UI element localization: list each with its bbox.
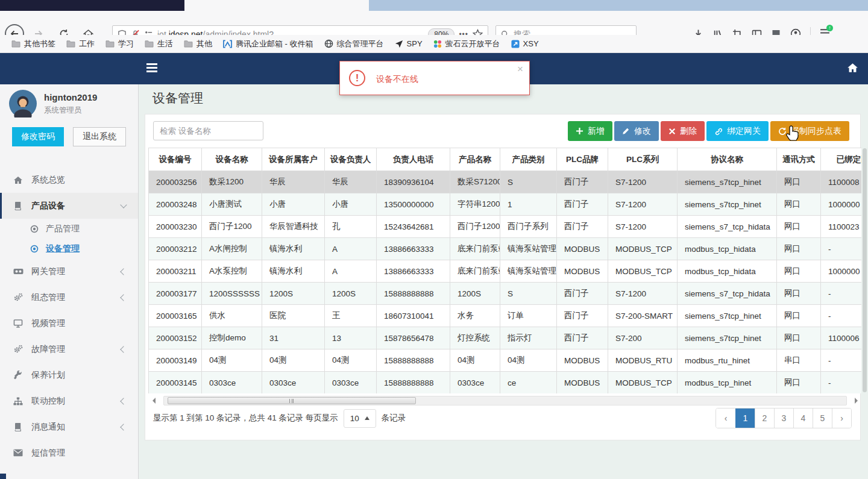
table-cell: siemens_s7_tcp_hidata [678, 283, 777, 305]
table-row[interactable]: 200003256数采1200华辰华辰18390936104数采S71200S西… [149, 171, 862, 193]
column-header[interactable]: 设备负责人 [325, 148, 377, 171]
page-button[interactable]: 5 [813, 409, 832, 428]
scroll-left-arrow[interactable] [153, 398, 156, 404]
gateway-icon [13, 268, 24, 275]
sidebar-item-video-mgmt[interactable]: 视频管理 [0, 310, 138, 336]
bookmark-item[interactable]: SPY [389, 37, 428, 51]
table-cell: 15243642681 [377, 216, 450, 238]
sidebar-item-product-device[interactable]: 产品设备 [0, 193, 138, 219]
column-header[interactable]: 产品名称 [450, 148, 500, 171]
bookmark-item[interactable]: 其他书签 [6, 37, 61, 51]
sidebar-item-label: 产品设备 [31, 201, 65, 211]
column-header[interactable]: 已绑定网关 [821, 148, 862, 171]
sidebar-collapse-button[interactable] [146, 63, 157, 73]
bookmark-item[interactable]: 其他 [178, 37, 218, 51]
user-role: 系统管理员 [44, 105, 97, 116]
edit-button[interactable]: 修改 [614, 121, 659, 141]
tab-strip[interactable] [0, 0, 868, 11]
scrollbar-track[interactable] [163, 396, 847, 405]
table-cell: MODBUS_TCP [608, 260, 678, 283]
bookmark-item[interactable]: 腾讯企业邮箱 - 收件箱 [218, 37, 319, 51]
table-row[interactable]: 200003230西门子1200华辰智通科技孔15243642681西门子120… [149, 216, 862, 238]
chevron-left-icon [120, 294, 127, 301]
horizontal-scrollbar[interactable] [150, 396, 858, 406]
next-page-button[interactable]: › [832, 409, 851, 428]
sidebar-item-message-notify[interactable]: 消息通知 [0, 414, 138, 440]
column-header[interactable]: 产品类别 [500, 148, 557, 171]
column-header[interactable]: 设备名称 [202, 148, 262, 171]
bookmark-item[interactable]: 工作 [61, 37, 100, 51]
dot-circle-icon [30, 245, 40, 253]
sidebar-subitem-product-mgmt[interactable]: 产品管理 [0, 219, 138, 239]
table-cell: 网口 [777, 283, 821, 305]
sidebar-item-maintenance-plan[interactable]: 保养计划 [0, 362, 138, 388]
bookmark-item[interactable]: XSY [506, 37, 544, 51]
table-row[interactable]: 2000031771200SSSSSS1200S1200S15888888888… [149, 283, 862, 305]
table-cell: 04测 [262, 349, 325, 372]
column-header[interactable]: 设备编号 [149, 148, 202, 171]
bookmark-item[interactable]: 学习 [100, 37, 139, 51]
scroll-right-arrow[interactable] [855, 398, 858, 404]
sidebar-item-overview[interactable]: 系统总览 [0, 167, 138, 193]
sidebar-item-sms-mgmt[interactable]: 短信管理 [0, 440, 138, 466]
column-header[interactable]: 通讯方式 [777, 148, 821, 171]
page-button[interactable]: 2 [755, 409, 774, 428]
table-row[interactable]: 200003211A水泵控制镇海水利A13886663333底来门前泵站镇海泵站… [149, 260, 862, 283]
column-header[interactable]: PLC系列 [608, 148, 678, 171]
bookmark-item[interactable]: 综合管理平台 [319, 37, 389, 51]
prev-page-button[interactable]: ‹ [716, 409, 735, 428]
column-header[interactable]: 设备所属客户 [262, 148, 325, 171]
page-button[interactable]: 4 [793, 409, 813, 428]
page-title: 设备管理 [153, 90, 203, 107]
vertical-scrollbar-thumb[interactable] [863, 148, 867, 392]
column-header[interactable]: 协议名称 [678, 148, 777, 171]
active-tab[interactable] [0, 0, 184, 11]
sidebar-subitem-device-mgmt[interactable]: 设备管理 [0, 239, 138, 258]
table-cell: 15888888888 [377, 283, 450, 305]
user-panel: hignton2019 系统管理员 [0, 84, 138, 117]
force-sync-button[interactable]: 强制同步点表 [770, 121, 849, 141]
sidebar-item-fault-mgmt[interactable]: 故障管理 [0, 336, 138, 362]
bookmark-item[interactable]: 生活 [139, 37, 178, 51]
column-header[interactable]: 负责人电话 [377, 148, 450, 171]
pagination-info: 显示第 1 到第 10 条记录，总共 41 条记录 每页显示 [153, 413, 338, 424]
column-header[interactable]: PLC品牌 [557, 148, 608, 171]
app-home-button[interactable] [847, 63, 858, 75]
bind-gateway-button[interactable]: 绑定网关 [706, 121, 769, 141]
table-row[interactable]: 2000031450303ce0303ce0303ce1588888888803… [149, 372, 862, 394]
scrollbar-thumb[interactable] [168, 397, 416, 404]
table-cell: 200003212 [149, 238, 202, 260]
table-row[interactable]: 20000314904测04测04测1588888888804测04测MODBU… [149, 349, 862, 372]
inactive-tab[interactable] [184, 0, 369, 11]
page-content: hignton2019 系统管理员 修改密码 退出系统 系统总览产品设备产品管理… [0, 53, 868, 479]
sidebar-item-gateway-mgmt[interactable]: 网关管理 [0, 258, 138, 284]
sidebar-item-linkage-control[interactable]: 联动控制 [0, 388, 138, 414]
table-cell: 网口 [777, 327, 821, 349]
table-cell: 华辰 [262, 171, 325, 193]
delete-button[interactable]: 删除 [661, 121, 705, 141]
page-button[interactable]: 1 [735, 409, 755, 428]
table-cell: 字符串1200 [450, 193, 500, 216]
device-search-input[interactable] [153, 121, 263, 140]
table-row[interactable]: 200003152控制demo311315878656478灯控系统指示灯西门子… [149, 327, 862, 349]
tencent-mail-icon [223, 40, 232, 48]
globe-icon [324, 39, 333, 48]
change-password-button[interactable]: 修改密码 [12, 127, 64, 146]
table-row[interactable]: 200003212A水闸控制镇海水利A13886663333底来门前泵站镇海泵站… [149, 238, 862, 260]
dot-circle-icon [30, 225, 40, 233]
alert-close-button[interactable]: × [517, 63, 523, 75]
table-cell: modbus_tcp_hidata [678, 238, 777, 260]
page-size-dropdown[interactable]: 10 [344, 409, 376, 428]
table-row[interactable]: 200003248小唐测试小唐小唐13500000000字符串12001西门子S… [149, 193, 862, 216]
table-cell: S7-1200 [608, 283, 678, 305]
bookmark-item[interactable]: 萤石云开放平台 [428, 37, 506, 51]
page-button[interactable]: 3 [774, 409, 793, 428]
table-row[interactable]: 200003165供水医院王18607310041水务订单西门子S7-200-S… [149, 305, 862, 327]
sidebar-item-config-mgmt[interactable]: 组态管理 [0, 284, 138, 310]
table-cell: 0303ce [262, 372, 325, 394]
add-button[interactable]: 新增 [568, 121, 612, 141]
table-cell: 订单 [500, 305, 557, 327]
table-cell: 200003149 [149, 349, 202, 372]
logout-button[interactable]: 退出系统 [73, 127, 126, 146]
sidebar-item-label: 联动控制 [31, 396, 65, 407]
